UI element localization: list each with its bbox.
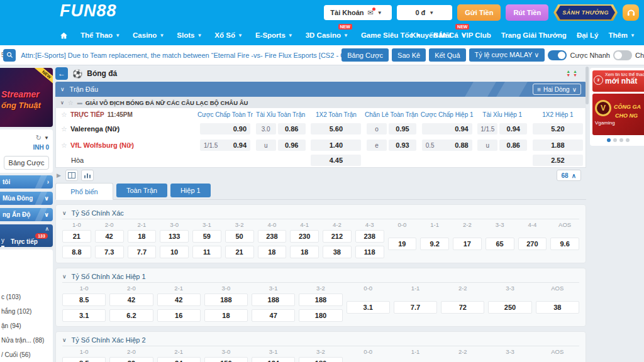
odds-box[interactable]: 5.60: [311, 123, 361, 134]
section-title-row[interactable]: ∨Tỷ Số Chính Xác: [62, 207, 579, 219]
nav-item-3[interactable]: Xổ Số▼: [214, 31, 243, 39]
quick-bet-toggle[interactable]: [548, 50, 567, 60]
odds-box[interactable]: 1.40: [311, 140, 361, 151]
section-title-row[interactable]: ∨Tỷ Số Chính Xác Hiệp 1: [62, 271, 579, 283]
tab-2[interactable]: Hiệp 1: [170, 184, 211, 197]
search-button[interactable]: [3, 49, 16, 62]
score-odds-box[interactable]: 21: [62, 230, 91, 243]
score-odds-box[interactable]: 8.8: [62, 246, 91, 258]
nav-right-item-4[interactable]: Thêm▼: [608, 31, 635, 39]
sidebar-tab-left[interactable]: y: [1, 237, 4, 247]
score-odds-box[interactable]: 47: [252, 309, 295, 322]
score-odds-box[interactable]: 38: [323, 246, 352, 258]
rewards-button[interactable]: SẢNH THƯỞNG: [553, 4, 618, 21]
nav-item-0[interactable]: Thể Thao▼: [80, 31, 120, 39]
match-section-bar[interactable]: ∨ Trận Đấu ≡ Hai Dòng ∨: [55, 82, 586, 97]
odds-box[interactable]: 1.88: [533, 140, 583, 151]
sort-icon[interactable]: ▲▼ ▲▼: [566, 70, 577, 77]
score-odds-box[interactable]: 133: [160, 230, 189, 243]
score-odds-box[interactable]: 9.2: [420, 238, 449, 250]
tab-1[interactable]: Toàn Trận: [116, 184, 167, 197]
handicap-box[interactable]: e: [367, 140, 387, 151]
sidebar-tab-live[interactable]: Trực tiếp 133: [11, 238, 38, 247]
scrollbar-thumb[interactable]: [586, 67, 589, 104]
accept-odds-toggle[interactable]: [613, 50, 632, 60]
score-odds-box[interactable]: 188: [299, 293, 342, 306]
handicap-odds-box[interactable]: 0.90: [200, 123, 250, 134]
score-odds-box[interactable]: 42: [109, 293, 153, 306]
handicap-box[interactable]: u: [256, 140, 276, 151]
score-odds-box[interactable]: 42: [157, 293, 201, 306]
score-odds-box[interactable]: 10: [160, 246, 189, 258]
collapse-icon[interactable]: ∧: [45, 226, 49, 233]
score-odds-box[interactable]: 6.2: [109, 309, 153, 322]
score-odds-box[interactable]: 9.6: [550, 238, 579, 250]
nav-home[interactable]: [60, 31, 68, 40]
score-odds-box[interactable]: 17: [453, 238, 482, 250]
favorite-star-icon[interactable]: ☆: [61, 141, 67, 150]
stats-button[interactable]: [81, 170, 94, 181]
favorite-star-icon[interactable]: ☆: [68, 99, 74, 106]
odds-box[interactable]: 5.20: [533, 123, 583, 134]
sidebar-item-1[interactable]: Mùa Đông∨: [0, 192, 53, 205]
score-odds-box[interactable]: 180: [299, 357, 342, 362]
score-odds-box[interactable]: 230: [290, 230, 319, 243]
withdraw-button[interactable]: Rút Tiền: [506, 4, 548, 21]
nav-right-item-2[interactable]: Trang Giải Thưởng: [501, 31, 567, 39]
filter-item-0[interactable]: c (103): [1, 290, 50, 304]
ticker-button-1[interactable]: Sao Kê: [392, 48, 426, 62]
score-odds-box[interactable]: 118: [355, 246, 384, 258]
score-odds-box[interactable]: 59: [192, 230, 221, 243]
handicap-box[interactable]: 1/1.5: [477, 123, 497, 134]
score-odds-box[interactable]: 238: [355, 230, 384, 243]
score-odds-box[interactable]: 188: [204, 293, 248, 306]
balance-menu[interactable]: 0 đ ▼: [397, 5, 452, 20]
sidebar-item-0[interactable]: tôi›: [0, 175, 53, 189]
account-menu[interactable]: Tài Khoản ✉ ▼: [324, 5, 392, 20]
carousel-dot-2[interactable]: [619, 138, 623, 142]
promo-banner[interactable]: Streamer ống Thuật NEW: [0, 68, 53, 127]
nav-item-4[interactable]: E-Sports▼: [255, 31, 293, 39]
favorite-star-icon[interactable]: ☆: [61, 111, 67, 119]
ticker-button-2[interactable]: Kết Quả: [429, 48, 465, 62]
score-odds-box[interactable]: 238: [258, 230, 287, 243]
score-odds-box[interactable]: 7.3: [95, 246, 124, 258]
handicap-odds-box[interactable]: 0.94: [422, 123, 472, 134]
score-odds-box[interactable]: 16: [157, 309, 201, 322]
score-odds-box[interactable]: 124: [252, 357, 295, 362]
handicap-odds-box[interactable]: 0.50.88: [422, 140, 472, 151]
play-icon[interactable]: ▶: [57, 172, 61, 178]
score-odds-box[interactable]: 8.5: [62, 293, 106, 306]
handicap-odds-box[interactable]: 1/1.50.94: [200, 140, 250, 151]
support-button[interactable]: [623, 4, 639, 21]
chevron-down-icon[interactable]: ▼: [44, 135, 49, 141]
nav-right-item-1[interactable]: VIP Club: [462, 31, 491, 39]
score-odds-box[interactable]: 72: [441, 301, 484, 314]
odds-box[interactable]: 2.52: [533, 155, 583, 166]
odds-format-select[interactable]: Tỷ lệ cược MALAY ∨: [469, 48, 545, 62]
favorite-star-icon[interactable]: ☆: [61, 125, 67, 133]
news-banner[interactable]: ₮ Xem tin tức thể thao mới nhất: [592, 70, 644, 92]
league-row[interactable]: ∨ ☆ ▬ GIẢI VÔ ĐỊCH BÓNG ĐÁ NỮ CÁC CÂU LẠ…: [55, 97, 586, 108]
display-mode-select[interactable]: ≡ Hai Dòng ∨: [533, 84, 581, 95]
score-odds-box[interactable]: 11: [192, 246, 221, 258]
carousel-dot-1[interactable]: [613, 138, 617, 142]
score-odds-box[interactable]: 24: [157, 357, 201, 362]
odds-box[interactable]: 0.94: [499, 123, 527, 134]
score-odds-box[interactable]: 3.1: [347, 301, 390, 314]
score-odds-box[interactable]: 188: [252, 293, 295, 306]
nav-item-5[interactable]: 3D Casino▼NEW: [306, 31, 348, 39]
market-count-button[interactable]: 68 ∧: [557, 170, 581, 181]
odds-box[interactable]: 0.93: [389, 140, 416, 151]
handicap-box[interactable]: 3.0: [256, 123, 276, 134]
odds-box[interactable]: 0.95: [389, 123, 416, 134]
score-odds-box[interactable]: 270: [518, 238, 547, 250]
sidebar-item-2[interactable]: ng Ấn Độ∨: [0, 208, 53, 221]
odds-box[interactable]: 4.45: [311, 155, 361, 166]
carousel-dot-0[interactable]: [607, 138, 611, 142]
score-odds-box[interactable]: 180: [299, 309, 342, 322]
handicap-box[interactable]: o: [367, 123, 387, 134]
nav-right-item-0[interactable]: Khuyến Mãi: [411, 31, 452, 39]
handicap-box[interactable]: u: [477, 140, 497, 151]
ticker-button-0[interactable]: Bảng Cược: [341, 48, 389, 62]
